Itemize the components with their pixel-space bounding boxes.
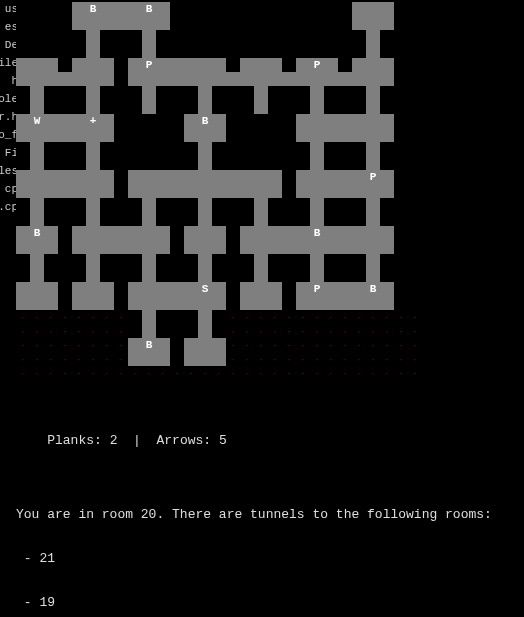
map-cell (254, 86, 268, 100)
map-cell: · (114, 366, 128, 380)
map-cell (366, 86, 380, 100)
map-cell (156, 142, 170, 156)
map-cell (226, 16, 240, 30)
map-cell (44, 170, 58, 184)
map-cell (30, 296, 44, 310)
map-cell: P (366, 170, 380, 184)
map-cell (128, 352, 142, 366)
map-cell (142, 226, 156, 240)
map-cell (338, 16, 352, 30)
map-cell (296, 114, 310, 128)
map-cell (58, 240, 72, 254)
map-cell (380, 198, 394, 212)
map-cell (226, 100, 240, 114)
map-cell (184, 142, 198, 156)
map-cell (268, 16, 282, 30)
map-cell (380, 226, 394, 240)
map-cell (352, 212, 366, 226)
game-map: BBPPW+BPBBSPB···························… (16, 2, 422, 380)
map-cell (296, 58, 310, 72)
map-cell (128, 16, 142, 30)
map-cell (380, 128, 394, 142)
map-cell (254, 226, 268, 240)
map-cell (296, 296, 310, 310)
map-cell: · (226, 366, 240, 380)
map-cell (254, 44, 268, 58)
map-cell (72, 156, 86, 170)
map-cell: · (240, 338, 254, 352)
map-cell (352, 282, 366, 296)
map-cell: · (366, 366, 380, 380)
map-cell (240, 114, 254, 128)
map-cell (170, 100, 184, 114)
map-cell (268, 212, 282, 226)
map-cell (324, 282, 338, 296)
map-cell: · (282, 338, 296, 352)
map-cell (240, 184, 254, 198)
map-cell (352, 156, 366, 170)
map-cell (44, 254, 58, 268)
map-cell (380, 156, 394, 170)
map-cell (282, 30, 296, 44)
map-cell (394, 114, 408, 128)
map-cell (16, 58, 30, 72)
map-cell: · (30, 338, 44, 352)
map-cell (254, 184, 268, 198)
map-cell (86, 268, 100, 282)
map-cell (16, 86, 30, 100)
map-cell (198, 338, 212, 352)
map-cell (352, 142, 366, 156)
map-cell (394, 254, 408, 268)
map-cell (268, 240, 282, 254)
map-cell (58, 100, 72, 114)
map-cell (44, 296, 58, 310)
map-cell (394, 184, 408, 198)
map-cell (282, 58, 296, 72)
map-cell (296, 16, 310, 30)
map-cell (380, 72, 394, 86)
map-cell (212, 86, 226, 100)
map-cell: · (240, 352, 254, 366)
map-cell: · (352, 366, 366, 380)
map-cell: · (100, 310, 114, 324)
map-cell (226, 156, 240, 170)
map-cell (282, 184, 296, 198)
map-cell: · (296, 352, 310, 366)
map-cell: · (408, 352, 422, 366)
map-cell (352, 128, 366, 142)
map-cell: · (366, 310, 380, 324)
map-cell: B (142, 2, 156, 16)
map-cell (128, 338, 142, 352)
map-cell (254, 100, 268, 114)
map-cell (394, 296, 408, 310)
map-cell (324, 100, 338, 114)
map-cell: · (338, 352, 352, 366)
map-cell: · (408, 310, 422, 324)
arrows-value: 5 (219, 433, 227, 448)
map-cell (58, 226, 72, 240)
map-cell (268, 254, 282, 268)
map-cell (282, 226, 296, 240)
map-cell (142, 184, 156, 198)
map-cell (268, 156, 282, 170)
map-cell (170, 212, 184, 226)
map-cell (226, 184, 240, 198)
map-cell (198, 72, 212, 86)
map-cell (114, 58, 128, 72)
map-cell (240, 142, 254, 156)
map-cell (212, 58, 226, 72)
map-cell (282, 2, 296, 16)
map-cell (282, 86, 296, 100)
map-cell (212, 16, 226, 30)
map-cell (86, 296, 100, 310)
map-cell: · (16, 352, 30, 366)
map-cell (72, 142, 86, 156)
map-cell (310, 254, 324, 268)
map-cell (142, 100, 156, 114)
map-cell: · (226, 324, 240, 338)
map-cell: · (72, 310, 86, 324)
map-cell: · (352, 324, 366, 338)
map-cell: · (296, 366, 310, 380)
map-cell (156, 44, 170, 58)
map-cell (366, 198, 380, 212)
